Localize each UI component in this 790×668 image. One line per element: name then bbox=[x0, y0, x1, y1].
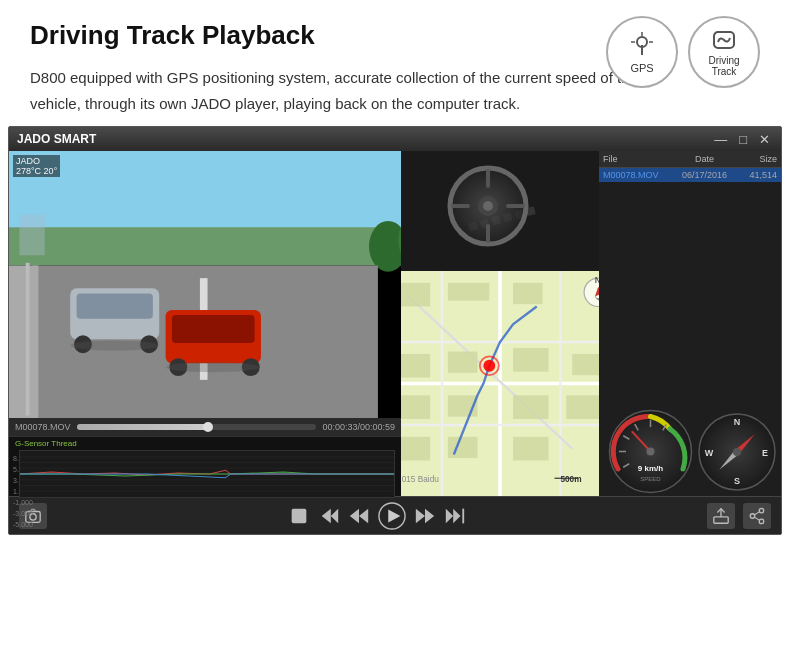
svg-rect-69 bbox=[401, 437, 430, 461]
svg-line-122 bbox=[754, 511, 759, 514]
gps-icon bbox=[628, 31, 656, 59]
rewind-icon bbox=[348, 505, 370, 527]
speedometer: 9 km/h SPEED bbox=[608, 409, 693, 494]
driving-track-icon bbox=[710, 28, 738, 52]
middle-panel: © 2015 Baidu 500m N + − bbox=[401, 151, 599, 496]
svg-marker-108 bbox=[331, 508, 338, 523]
svg-text:9 km/h: 9 km/h bbox=[638, 464, 663, 473]
controls-right bbox=[707, 503, 771, 529]
fast-forward-button[interactable] bbox=[414, 505, 436, 527]
col-size: Size bbox=[737, 154, 777, 164]
feature-icons: GPS DrivingTrack bbox=[606, 16, 760, 88]
file-list-header: File Date Size bbox=[599, 151, 781, 168]
svg-rect-15 bbox=[26, 263, 30, 416]
graph-svg bbox=[20, 451, 394, 497]
svg-marker-109 bbox=[350, 508, 359, 523]
video-time: 00:00:33/00:00:59 bbox=[322, 422, 395, 432]
video-overlay-label: JADO278°C 20° bbox=[13, 155, 60, 177]
graph-label-6: -3.000 bbox=[13, 510, 33, 517]
svg-point-72 bbox=[483, 360, 495, 372]
svg-rect-58 bbox=[401, 283, 430, 307]
maximize-button[interactable]: □ bbox=[736, 132, 750, 147]
svg-point-93 bbox=[647, 448, 655, 456]
svg-text:© 2015 Baidu: © 2015 Baidu bbox=[401, 475, 439, 484]
left-panel: JADO278°C 20° bbox=[9, 151, 401, 496]
file-date: 06/17/2016 bbox=[672, 170, 737, 180]
play-icon bbox=[378, 502, 406, 530]
svg-marker-113 bbox=[416, 508, 434, 523]
progress-thumb bbox=[203, 422, 213, 432]
svg-rect-65 bbox=[401, 395, 430, 419]
export-button[interactable] bbox=[707, 503, 735, 529]
svg-point-119 bbox=[759, 508, 764, 512]
right-panel: File Date Size M00078.MOV 06/17/2016 41,… bbox=[599, 151, 781, 496]
rewind-button[interactable] bbox=[348, 505, 370, 527]
close-button[interactable]: ✕ bbox=[756, 132, 773, 147]
svg-rect-17 bbox=[77, 293, 153, 318]
svg-point-103 bbox=[733, 448, 741, 456]
road-scene-svg bbox=[9, 151, 401, 418]
share-button[interactable] bbox=[743, 503, 771, 529]
compass-svg: N E S W bbox=[697, 412, 777, 492]
svg-rect-27 bbox=[19, 215, 44, 256]
app-content: JADO278°C 20° bbox=[9, 151, 781, 496]
svg-marker-110 bbox=[359, 508, 368, 523]
file-name: M00078.MOV bbox=[603, 170, 672, 180]
next-chapter-icon bbox=[444, 505, 466, 527]
svg-point-45 bbox=[483, 201, 493, 211]
graph-title: G-Sensor Thread bbox=[15, 439, 395, 448]
col-file: File bbox=[603, 154, 672, 164]
svg-rect-60 bbox=[513, 283, 543, 304]
controls-center bbox=[288, 502, 466, 530]
svg-marker-107 bbox=[322, 508, 331, 523]
graph-label-5: -1.000 bbox=[13, 499, 33, 506]
stop-button[interactable] bbox=[288, 505, 310, 527]
svg-text:N: N bbox=[595, 276, 599, 285]
video-filename: M00078.MOV bbox=[15, 422, 71, 432]
svg-text:E: E bbox=[762, 448, 768, 458]
compass: N E S W bbox=[697, 412, 777, 492]
next-chapter-button[interactable] bbox=[444, 505, 466, 527]
svg-text:500m: 500m bbox=[560, 475, 581, 484]
col-date: Date bbox=[672, 154, 737, 164]
window-controls[interactable]: — □ ✕ bbox=[711, 132, 773, 147]
instruments-row: 9 km/h SPEED bbox=[599, 407, 781, 496]
prev-chapter-button[interactable] bbox=[318, 505, 340, 527]
svg-text:N: N bbox=[734, 417, 741, 427]
file-row[interactable]: M00078.MOV 06/17/2016 41,514 bbox=[599, 168, 781, 182]
svg-text:W: W bbox=[705, 448, 714, 458]
gps-icon-circle: GPS bbox=[606, 16, 678, 88]
svg-text:SPEED: SPEED bbox=[640, 476, 661, 482]
minimize-button[interactable]: — bbox=[711, 132, 730, 147]
svg-rect-106 bbox=[292, 508, 307, 523]
film-reel-svg bbox=[440, 156, 560, 266]
svg-point-121 bbox=[750, 513, 755, 518]
svg-marker-112 bbox=[388, 509, 400, 522]
progress-track[interactable] bbox=[77, 424, 317, 430]
svg-rect-63 bbox=[513, 348, 549, 372]
svg-rect-64 bbox=[572, 354, 599, 375]
map-svg: © 2015 Baidu 500m N + − bbox=[401, 271, 599, 496]
share-icon bbox=[748, 507, 766, 525]
svg-point-120 bbox=[759, 519, 764, 524]
svg-marker-115 bbox=[453, 508, 460, 523]
svg-rect-68 bbox=[566, 395, 599, 419]
video-thumbnail bbox=[401, 151, 599, 271]
speedometer-svg: 9 km/h SPEED bbox=[608, 409, 693, 494]
play-button[interactable] bbox=[378, 502, 406, 530]
export-icon bbox=[712, 507, 730, 525]
svg-line-123 bbox=[754, 517, 759, 520]
prev-chapter-icon bbox=[318, 505, 340, 527]
svg-rect-67 bbox=[513, 395, 549, 419]
progress-fill bbox=[77, 424, 209, 430]
svg-text:S: S bbox=[734, 476, 740, 486]
fast-forward-icon bbox=[414, 505, 436, 527]
file-size: 41,514 bbox=[737, 170, 777, 180]
progress-bar-area: M00078.MOV 00:00:33/00:00:59 bbox=[9, 418, 401, 436]
top-section: Driving Track Playback D800 equipped wit… bbox=[0, 0, 790, 126]
titlebar: JADO SMART — □ ✕ bbox=[9, 127, 781, 151]
svg-rect-62 bbox=[448, 352, 478, 373]
controls-bar bbox=[9, 496, 781, 534]
svg-marker-114 bbox=[446, 508, 453, 523]
svg-rect-12 bbox=[9, 265, 38, 418]
